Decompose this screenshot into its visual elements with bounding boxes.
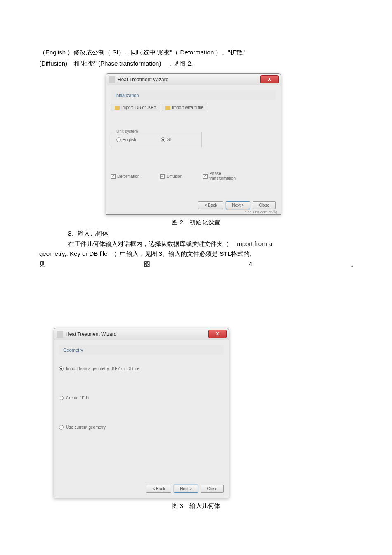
radio-use-current[interactable]: Use current geometry	[59, 425, 224, 430]
app-icon	[57, 331, 63, 338]
figure-3-caption: 图 3 输入几何体	[0, 502, 392, 510]
checkbox-icon	[160, 174, 165, 179]
intro-line-2: (Diffusion) 和"相变" (Phase transformation)…	[39, 59, 197, 68]
paragraph-line-3: 见 图 4 。	[39, 260, 357, 268]
radio-create-edit[interactable]: Create / Edit	[59, 396, 224, 400]
frag-d: 。	[351, 260, 357, 268]
radio-english-label: English	[123, 137, 136, 142]
paragraph-line-1: 在工件几何体输入对话框内，选择从数据库或关键文件夹（ Import from a	[68, 240, 357, 248]
radio-icon	[161, 137, 165, 142]
checkbox-icon	[203, 174, 208, 179]
use-current-label: Use current geometry	[66, 425, 106, 430]
next-button[interactable]: Next >	[226, 201, 250, 209]
import-wizard-button[interactable]: Import wizard file	[162, 104, 207, 111]
frag-b: 图	[144, 260, 150, 268]
diffusion-label: Diffusion	[166, 174, 182, 179]
step-label: Geometry	[59, 345, 224, 355]
import-wizard-label: Import wizard file	[172, 105, 203, 110]
wizard-body: Geometry Import from a geometry, .KEY or…	[54, 340, 229, 498]
checkbox-icon	[111, 174, 116, 179]
figure-2-caption: 图 2 初始化设置	[0, 219, 392, 227]
close-button[interactable]: Close	[201, 485, 224, 493]
unit-system-group: Unit system English SI	[111, 132, 202, 147]
back-button[interactable]: < Back	[198, 201, 223, 209]
checkbox-diffusion[interactable]: Diffusion	[160, 171, 182, 181]
radio-icon	[59, 396, 64, 400]
import-db-button[interactable]: Import .DB or .KEY	[111, 104, 160, 111]
wizard-initialization: Heat Treatment Wizard X Initialization I…	[106, 73, 281, 215]
close-icon[interactable]: X	[208, 330, 227, 338]
radio-english[interactable]: English	[116, 137, 136, 142]
import-db-label: Import .DB or .KEY	[121, 105, 156, 110]
radio-icon	[59, 366, 64, 371]
wizard-body: Initialization Import .DB or .KEY Import…	[106, 85, 281, 214]
checkbox-phase[interactable]: Phase transformation	[203, 171, 236, 181]
intro-line-1: （English ）修改成公制（ SI），同时选中"形变"（ Deformati…	[39, 47, 357, 57]
close-icon[interactable]: X	[260, 75, 279, 83]
frag-a: 见	[39, 260, 45, 268]
next-button[interactable]: Next >	[174, 485, 198, 493]
frag-c: 4	[249, 260, 252, 268]
radio-si[interactable]: SI	[161, 137, 171, 142]
create-edit-label: Create / Edit	[66, 396, 89, 400]
window-title: Heat Treatment Wizard	[118, 77, 168, 83]
watermark: blog.sina.com.cn/fiq	[244, 210, 277, 214]
radio-icon	[59, 425, 64, 430]
phase-label: Phase transformation	[209, 171, 236, 181]
section-3-heading: 3、输入几何体	[68, 230, 109, 238]
back-button[interactable]: < Back	[146, 485, 171, 493]
title-bar[interactable]: Heat Treatment Wizard X	[106, 74, 281, 85]
wizard-geometry: Heat Treatment Wizard X Geometry Import …	[54, 328, 229, 498]
folder-icon	[165, 106, 170, 110]
radio-icon	[116, 137, 121, 142]
deformation-label: Deformation	[117, 174, 139, 179]
folder-icon	[115, 106, 120, 110]
step-label: Initialization	[111, 90, 276, 100]
app-icon	[109, 76, 115, 83]
unit-system-legend: Unit system	[115, 129, 139, 134]
radio-si-label: SI	[167, 137, 171, 142]
radio-import-geometry[interactable]: Import from a geometry, .KEY or .DB file	[59, 366, 224, 371]
import-geometry-label: Import from a geometry, .KEY or .DB file	[66, 366, 139, 371]
window-title: Heat Treatment Wizard	[66, 331, 116, 337]
title-bar[interactable]: Heat Treatment Wizard X	[54, 328, 229, 340]
checkbox-deformation[interactable]: Deformation	[111, 171, 139, 181]
close-button[interactable]: Close	[253, 201, 276, 209]
paragraph-line-2: geometry,. Key or DB file ）中输入，见图 3。输入的文…	[39, 250, 357, 258]
